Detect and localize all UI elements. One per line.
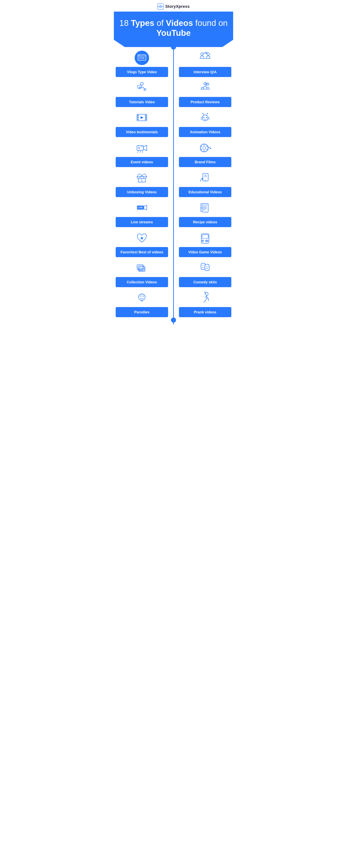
interview-icon — [198, 51, 212, 65]
interview-label: Interview Q/A — [179, 67, 231, 77]
item-collection: Collection Videos — [116, 261, 168, 287]
hero-banner: 18 Types of Videos found onYouTube — [114, 11, 233, 47]
item-live: LIVE Live streams — [116, 201, 168, 227]
item-event: Event videos — [116, 141, 168, 167]
prank-label: Prank videos — [179, 307, 231, 317]
item-interview: Interview Q/A — [179, 51, 231, 77]
item-unboxing: Unboxing Videos — [116, 171, 168, 197]
svg-line-77 — [204, 177, 206, 177]
comedy-icon — [198, 261, 212, 275]
row-5: Unboxing Videos — [114, 167, 233, 197]
item-educational: Educational Videos — [179, 171, 231, 197]
svg-point-2 — [160, 6, 161, 7]
svg-rect-73 — [203, 174, 208, 181]
tutorials-icon — [135, 81, 149, 95]
svg-line-56 — [138, 150, 138, 153]
prank-icon: ? — [198, 291, 212, 305]
item-prank: ? Prank videos — [179, 291, 231, 317]
svg-point-71 — [210, 148, 211, 149]
svg-point-103 — [206, 241, 207, 242]
svg-point-45 — [202, 113, 203, 114]
svg-rect-37 — [137, 117, 138, 118]
item-brand-films: Brand Films — [179, 141, 231, 167]
svg-rect-97 — [202, 235, 208, 238]
event-label: Event videos — [116, 157, 168, 167]
product-reviews-icon — [198, 81, 212, 95]
item-product-reviews: Product Reviews — [179, 81, 231, 107]
corner-right — [222, 40, 233, 47]
svg-text:LIVE: LIVE — [138, 206, 143, 209]
svg-point-17 — [140, 82, 143, 85]
svg-rect-99 — [202, 240, 204, 242]
comedy-label: Comedy skits — [179, 277, 231, 287]
favorites-label: Favorites/ Best of videos — [116, 247, 168, 257]
recipe-icon — [198, 201, 212, 215]
hero-title: 18 Types of Videos found onYouTube — [119, 18, 228, 38]
svg-rect-39 — [145, 115, 146, 116]
animation-icon — [198, 111, 212, 125]
svg-line-52 — [208, 119, 210, 120]
svg-line-50 — [200, 119, 202, 120]
row-6: LIVE Live streams — [114, 197, 233, 227]
svg-line-79 — [206, 176, 207, 176]
row-4: Event videos — [114, 137, 233, 167]
unboxing-icon — [135, 171, 149, 185]
svg-line-76 — [204, 176, 206, 176]
row-2: Tutorials Video — [114, 77, 233, 107]
collection-label: Collection Videos — [116, 277, 168, 287]
svg-marker-55 — [144, 145, 147, 151]
svg-point-100 — [206, 240, 207, 241]
svg-rect-40 — [145, 117, 146, 118]
animation-label: Animation Videos — [179, 127, 231, 137]
video-game-icon — [198, 231, 212, 245]
row-7: Favorites/ Best of videos — [114, 227, 233, 257]
row-9: Parodies ? Prank video — [114, 287, 233, 317]
svg-line-80 — [206, 177, 207, 177]
svg-marker-14 — [204, 54, 205, 55]
svg-point-43 — [202, 115, 208, 121]
svg-point-47 — [207, 113, 208, 114]
svg-point-62 — [142, 146, 143, 147]
live-icon: LIVE — [135, 201, 149, 215]
corner-left — [114, 40, 125, 47]
vlogs-icon — [135, 51, 149, 65]
svg-point-101 — [207, 240, 209, 241]
parodies-label: Parodies — [116, 307, 168, 317]
item-testimonials: Video testimonials — [116, 111, 168, 137]
brand-films-icon — [198, 141, 212, 155]
tutorials-label: Tutorials Video — [116, 97, 168, 107]
live-label: Live streams — [116, 217, 168, 227]
item-video-game: Video Game Videos — [179, 231, 231, 257]
svg-point-61 — [141, 146, 142, 147]
row-8: Collection Videos — [114, 257, 233, 287]
brand-films-label: Brand Films — [179, 157, 231, 167]
favorites-icon — [135, 231, 149, 245]
svg-line-58 — [142, 150, 143, 153]
svg-point-60 — [138, 147, 140, 149]
svg-point-102 — [205, 240, 206, 241]
svg-text:?: ? — [204, 292, 206, 294]
svg-marker-16 — [206, 53, 207, 54]
event-icon — [135, 141, 149, 155]
row-3: Video testimonials — [114, 107, 233, 137]
svg-marker-95 — [140, 236, 144, 240]
collection-icon — [135, 261, 149, 275]
page-wrapper: StoryXpress 18 Types of Videos found onY… — [114, 0, 233, 324]
logo-area: StoryXpress — [114, 0, 233, 11]
item-favorites: Favorites/ Best of videos — [116, 231, 168, 257]
svg-point-10 — [201, 53, 203, 55]
row-1: Vlogs Type Video — [114, 47, 233, 77]
svg-marker-32 — [206, 85, 207, 86]
testimonials-label: Video testimonials — [116, 127, 168, 137]
svg-rect-88 — [203, 205, 208, 206]
svg-rect-54 — [137, 146, 144, 150]
item-tutorials: Tutorials Video — [116, 81, 168, 107]
item-recipe: Recipe videos — [179, 201, 231, 227]
parodies-icon — [135, 291, 149, 305]
video-game-label: Video Game Videos — [179, 247, 231, 257]
svg-rect-15 — [205, 52, 207, 53]
product-reviews-label: Product Reviews — [179, 97, 231, 107]
item-animation: Animation Videos — [179, 111, 231, 137]
recipe-label: Recipe videos — [179, 217, 231, 227]
svg-rect-38 — [137, 119, 138, 120]
